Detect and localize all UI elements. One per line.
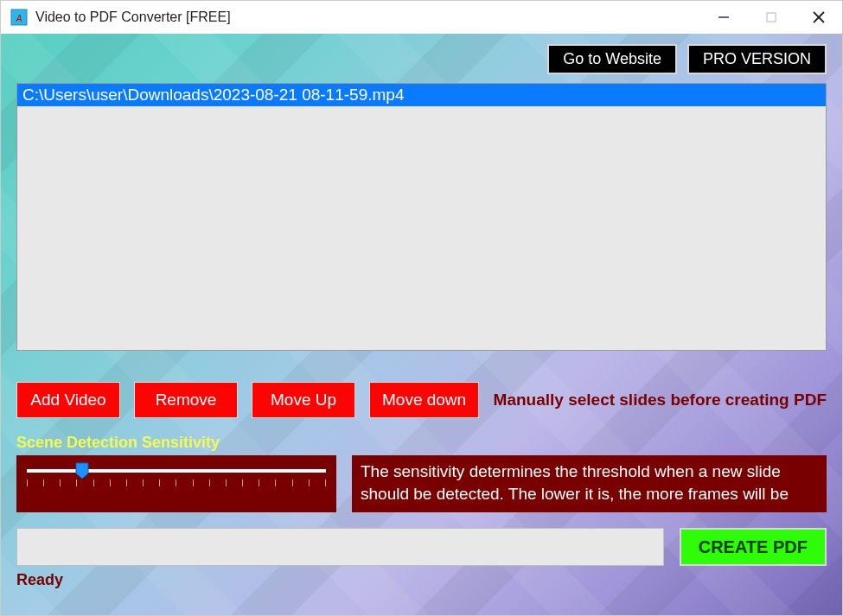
move-down-button[interactable]: Move down [369,382,479,418]
close-button[interactable] [795,1,842,34]
action-button-row: Add Video Remove Move Up Move down Manua… [16,382,827,418]
status-text: Ready [16,571,827,589]
app-icon: A [10,8,29,27]
content-area: Go to Website PRO VERSION C:\Users\user\… [1,34,842,615]
slider-ticks [27,479,326,486]
sensitivity-description: The sensitivity determines the threshold… [352,455,827,512]
bottom-row: CREATE PDF [16,528,827,566]
titlebar: A Video to PDF Converter [FREE] [1,1,842,34]
slider-track [27,469,326,473]
go-to-website-button[interactable]: Go to Website [547,44,677,74]
pro-version-button[interactable]: PRO VERSION [687,44,827,74]
app-window: A Video to PDF Converter [FREE] Go to We… [0,0,843,616]
create-pdf-button[interactable]: CREATE PDF [680,528,827,566]
svg-text:A: A [16,14,22,23]
remove-button[interactable]: Remove [134,382,238,418]
window-title: Video to PDF Converter [FREE] [35,10,699,25]
slider-thumb[interactable] [75,462,89,479]
window-controls [699,1,842,34]
progress-bar [16,528,664,566]
svg-rect-3 [767,13,776,22]
sensitivity-row: The sensitivity determines the threshold… [16,455,827,512]
sensitivity-label: Scene Detection Sensitivity [16,434,827,452]
manual-select-label: Manually select slides before creating P… [494,391,827,410]
list-item[interactable]: C:\Users\user\Downloads\2023-08-21 08-11… [17,84,826,106]
add-video-button[interactable]: Add Video [16,382,120,418]
video-file-list[interactable]: C:\Users\user\Downloads\2023-08-21 08-11… [16,83,827,351]
sensitivity-slider[interactable] [16,455,336,512]
minimize-button[interactable] [699,1,747,34]
svg-marker-6 [76,463,88,479]
move-up-button[interactable]: Move Up [252,382,355,418]
maximize-button [747,1,795,34]
top-button-row: Go to Website PRO VERSION [16,44,827,74]
